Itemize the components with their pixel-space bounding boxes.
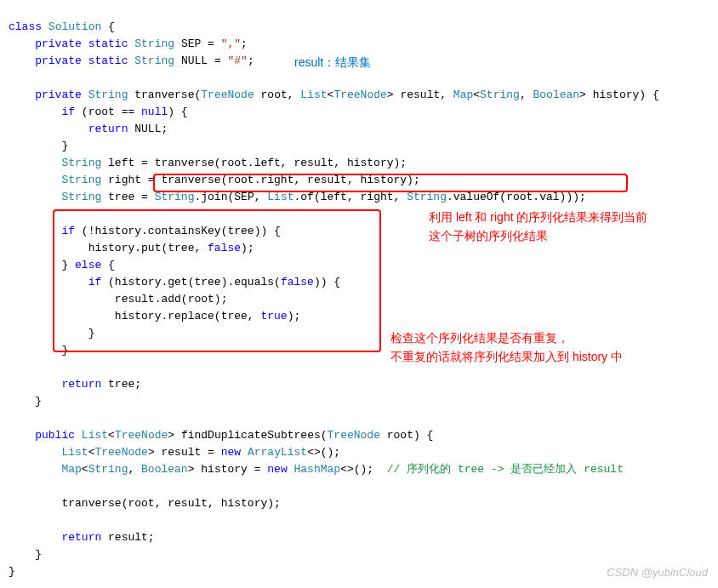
code-token: } bbox=[61, 259, 75, 271]
code-token: if bbox=[61, 225, 75, 237]
annotation-serialize: 利用 left 和 right 的序列化结果来得到当前 这个子树的序列化结果 bbox=[429, 208, 647, 245]
code-token: return bbox=[61, 378, 101, 391]
code-token: > result = bbox=[148, 446, 221, 459]
code-token: Boolean bbox=[533, 88, 579, 101]
code-token: if bbox=[88, 276, 102, 288]
code-token: List bbox=[82, 429, 108, 442]
code-token: TreeNode bbox=[333, 88, 386, 101]
code-token: ); bbox=[241, 242, 254, 254]
code-token: String bbox=[88, 88, 128, 101]
code-token: String bbox=[61, 157, 101, 169]
code-token: false bbox=[281, 276, 314, 288]
code-token: ( bbox=[321, 429, 328, 442]
code-token: root bbox=[261, 88, 288, 101]
code-token: static bbox=[88, 37, 128, 50]
code-token: TreeNode bbox=[328, 429, 380, 442]
code-token: private bbox=[35, 88, 82, 101]
watermark: CSDN @yubinCloud bbox=[607, 564, 708, 581]
code-token: history.replace(tree, bbox=[115, 310, 261, 323]
code-token: } bbox=[88, 327, 95, 340]
code-token: null bbox=[141, 106, 168, 118]
code-token: TreeNode bbox=[201, 88, 254, 101]
code-token: > bbox=[579, 88, 593, 101]
annotation-result: result：结果集 bbox=[294, 54, 371, 71]
code-token: Map bbox=[61, 463, 81, 476]
code-token: > bbox=[168, 429, 181, 442]
code-token: .join(SEP, bbox=[194, 191, 267, 203]
code-token: false bbox=[208, 242, 241, 254]
code-token: < bbox=[108, 429, 115, 442]
code-token: static bbox=[88, 54, 128, 67]
code-token: ) { bbox=[639, 88, 658, 101]
code-token: tranverse bbox=[134, 88, 194, 101]
code-token: , bbox=[520, 88, 533, 101]
code-token: ; bbox=[248, 54, 254, 67]
code-token: .valueOf(root.val))); bbox=[447, 191, 586, 203]
code-token: ; bbox=[241, 37, 248, 50]
code-token: result; bbox=[101, 531, 154, 544]
code-token: > bbox=[387, 88, 401, 101]
code-token: new bbox=[267, 463, 287, 476]
code-token: } bbox=[35, 548, 42, 561]
code-token: = bbox=[208, 54, 227, 67]
code-token bbox=[241, 446, 248, 459]
code-token: private bbox=[35, 54, 82, 67]
code-token: > history = bbox=[188, 463, 268, 476]
code-token: NULL; bbox=[128, 123, 168, 135]
code-token: "," bbox=[221, 37, 241, 50]
code-token: findDuplicateSubtrees bbox=[181, 429, 321, 442]
code-token: , bbox=[440, 88, 453, 101]
code-block: class Solution { private static String S… bbox=[0, 0, 718, 582]
code-token bbox=[288, 463, 294, 476]
code-token: List bbox=[267, 191, 293, 203]
code-token: String bbox=[155, 191, 195, 203]
code-token: if bbox=[61, 106, 75, 118]
code-token: { bbox=[101, 20, 115, 33]
code-token: List bbox=[61, 446, 88, 459]
code-token: (!history.containsKey(tree)) { bbox=[75, 225, 281, 237]
code-token: { bbox=[101, 259, 115, 271]
code-token: "#" bbox=[228, 54, 248, 67]
code-token: HashMap bbox=[294, 463, 341, 476]
code-token: )) { bbox=[314, 276, 340, 288]
code-token: } bbox=[35, 395, 42, 408]
code-token: TreeNode bbox=[115, 429, 168, 442]
code-token: left = tranverse(root.left, result, hist… bbox=[101, 157, 407, 169]
code-token: <>(); bbox=[307, 446, 340, 459]
code-token: } bbox=[61, 344, 68, 357]
code-token: public bbox=[35, 429, 75, 442]
code-token: return bbox=[88, 123, 128, 135]
code-token: Boolean bbox=[141, 463, 188, 476]
code-token: (history.get(tree).equals( bbox=[101, 276, 281, 288]
code-token: String bbox=[61, 174, 101, 186]
code-token: String bbox=[61, 191, 101, 203]
code-token: private bbox=[35, 37, 82, 50]
code-token: ); bbox=[288, 310, 301, 323]
code-token: NULL bbox=[181, 54, 208, 67]
code-token: } bbox=[9, 565, 15, 578]
code-token: = bbox=[201, 37, 220, 50]
code-token: Map bbox=[453, 88, 473, 101]
code-token: return bbox=[61, 531, 101, 544]
code-token: < bbox=[473, 88, 480, 101]
code-token: SEP bbox=[181, 37, 201, 50]
code-token: , bbox=[128, 463, 141, 476]
code-token: String bbox=[134, 37, 174, 50]
code-token: history.put(tree, bbox=[88, 242, 208, 254]
code-token: new bbox=[221, 446, 241, 459]
code-token: result bbox=[400, 88, 440, 101]
annotation-check: 检查这个序列化结果是否有重复， 不重复的话就将序列化结果加入到 history … bbox=[390, 328, 623, 366]
code-token: right = tranverse(root.right, result, hi… bbox=[101, 174, 419, 186]
code-token: else bbox=[75, 259, 101, 271]
code-token: history bbox=[593, 88, 640, 101]
code-token: String bbox=[480, 88, 520, 101]
code-token: tree = bbox=[101, 191, 154, 203]
code-token: .of(left, right, bbox=[294, 191, 407, 203]
code-token: String bbox=[407, 191, 447, 203]
code-token: ArrayList bbox=[248, 446, 307, 459]
code-token: String bbox=[134, 54, 174, 67]
code-token: ) { bbox=[168, 106, 187, 118]
code-comment: // 序列化的 tree -> 是否已经加入 result bbox=[387, 463, 624, 476]
code-token: String bbox=[88, 463, 128, 476]
code-token: class bbox=[9, 20, 42, 33]
